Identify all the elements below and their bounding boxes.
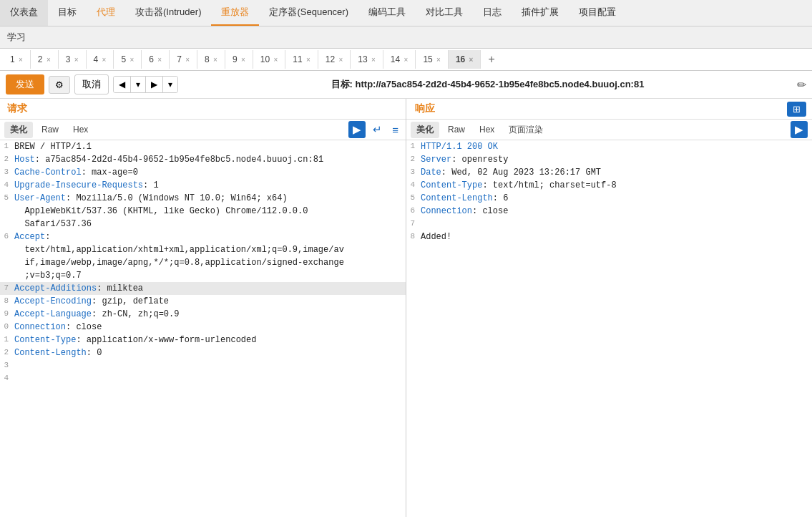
resp-line-content-4: Content-Type: text/html; charset=utf-8 [421, 179, 812, 192]
line-content-9: Accept-Language: zh-CN, zh;q=0.9 [14, 308, 406, 321]
tab-9-close[interactable]: × [241, 56, 245, 64]
resp-line-content-3: Date: Wed, 02 Aug 2023 13:26:17 GMT [421, 166, 812, 179]
resp-line-content-5: Content-Length: 6 [421, 192, 812, 205]
send-button[interactable]: 发送 [6, 74, 44, 94]
tab-4-close[interactable]: × [102, 56, 107, 64]
next-dropdown-button[interactable]: ▾ [163, 77, 177, 92]
tab-7-close[interactable]: × [185, 56, 190, 64]
tab-5[interactable]: 5 × [114, 50, 142, 69]
tab-8[interactable]: 8 × [197, 50, 225, 69]
nav-intruder[interactable]: 攻击器(Intruder) [125, 0, 211, 26]
tab-12-close[interactable]: × [338, 56, 343, 64]
request-line-9: 9 Accept-Language: zh-CN, zh;q=0.9 [0, 308, 406, 321]
tab-3-close[interactable]: × [74, 56, 79, 64]
nav-proxy[interactable]: 代理 [87, 0, 125, 26]
tab-6[interactable]: 6 × [142, 50, 170, 69]
edit-target-icon[interactable]: ✏ [797, 78, 806, 92]
navigation-arrows: ◀ ▾ ▶ ▾ [113, 76, 178, 93]
line-content-3: Cache-Control: max-age=0 [14, 166, 406, 179]
nav-logger[interactable]: 日志 [473, 0, 512, 26]
tab-12[interactable]: 12 × [318, 50, 351, 69]
request-panel: 请求 美化 Raw Hex ▶ ↵ ≡ 1 BREW / HTTP/1.1 2 … [0, 99, 406, 517]
request-tab-beautify[interactable]: 美化 [4, 122, 33, 138]
nav-extensions[interactable]: 插件扩展 [512, 0, 569, 26]
target-url: 目标: http://a75ac854-2d2d-45b4-9652-1b95e… [182, 78, 793, 91]
request-tab-raw[interactable]: Raw [36, 122, 64, 137]
target-url-value: http://a75ac854-2d2d-45b4-9652-1b95e4fe8… [356, 79, 645, 89]
response-line-8: 8 Added! [406, 230, 812, 243]
tab-9[interactable]: 9 × [225, 50, 253, 69]
tab-11-close[interactable]: × [306, 56, 310, 64]
tab-10[interactable]: 10 × [253, 50, 286, 69]
prev-dropdown-button[interactable]: ▾ [131, 77, 146, 92]
resp-line-content-7 [421, 218, 812, 230]
tab-add-button[interactable]: + [481, 49, 502, 70]
response-copy-icon[interactable]: ▶ [791, 121, 808, 138]
nav-target[interactable]: 目标 [48, 0, 87, 26]
request-line-6: 6 Accept: text/html,application/xhtml+xm… [0, 230, 406, 282]
response-tab-raw[interactable]: Raw [442, 122, 471, 137]
resp-line-num-7: 7 [406, 218, 421, 230]
tab-1[interactable]: 1 × [3, 50, 31, 69]
tab-13[interactable]: 13 × [351, 50, 383, 69]
prev-arrow-button[interactable]: ◀ [114, 77, 131, 92]
tab-16-close[interactable]: × [469, 56, 474, 64]
tab-14[interactable]: 14 × [383, 50, 416, 69]
request-menu-icon[interactable]: ≡ [389, 122, 401, 137]
nav-sequencer[interactable]: 定序器(Sequencer) [259, 0, 358, 26]
tab-15[interactable]: 15 × [416, 50, 449, 69]
line-num-7: 7 [0, 282, 14, 295]
tab-7[interactable]: 7 × [170, 50, 197, 69]
tab-10-close[interactable]: × [273, 56, 278, 64]
tab-15-close[interactable]: × [436, 56, 441, 64]
line-content-10: Connection: close [14, 321, 406, 334]
request-tab-hex[interactable]: Hex [67, 122, 94, 137]
split-view-icon[interactable]: ⊞ [787, 102, 806, 117]
line-content-6: Accept: text/html,application/xhtml+xml,… [14, 230, 406, 282]
request-newline-icon[interactable]: ↵ [370, 122, 385, 137]
response-tab-render[interactable]: 页面渲染 [503, 122, 549, 138]
line-content-5: User-Agent: Mozilla/5.0 (Windows NT 10.0… [14, 192, 406, 230]
nav-comparer[interactable]: 对比工具 [416, 0, 473, 26]
response-panel-tabs: 美化 Raw Hex 页面渲染 ▶ [406, 120, 812, 140]
response-tab-beautify[interactable]: 美化 [411, 122, 439, 138]
response-code-area[interactable]: 1 HTTP/1.1 200 OK 2 Server: openresty 3 … [406, 140, 812, 517]
tab-16[interactable]: 16 × [449, 50, 481, 69]
main-content: 请求 美化 Raw Hex ▶ ↵ ≡ 1 BREW / HTTP/1.1 2 … [0, 99, 812, 517]
line-num-13: 3 [0, 359, 14, 372]
request-line-5: 5 User-Agent: Mozilla/5.0 (Windows NT 10… [0, 192, 406, 230]
tab-5-close[interactable]: × [129, 56, 134, 64]
resp-line-num-5: 5 [406, 192, 421, 205]
cancel-button[interactable]: 取消 [74, 74, 109, 94]
nav-dashboard[interactable]: 仪表盘 [0, 0, 48, 26]
nav-project-options[interactable]: 项目配置 [569, 0, 626, 26]
response-line-6: 6 Connection: close [406, 205, 812, 218]
tab-3[interactable]: 3 × [59, 50, 87, 69]
settings-button[interactable]: ⚙ [49, 76, 70, 94]
response-panel: 响应 ⊞ 美化 Raw Hex 页面渲染 ▶ 1 HTTP/1.1 200 OK… [406, 99, 812, 517]
tab-6-close[interactable]: × [157, 56, 162, 64]
tab-1-close[interactable]: × [19, 56, 23, 64]
request-send-icon[interactable]: ▶ [348, 121, 366, 138]
top-nav-row2: 学习 [0, 26, 812, 49]
response-line-2: 2 Server: openresty [406, 153, 812, 166]
response-tab-hex[interactable]: Hex [474, 122, 500, 137]
tab-14-close[interactable]: × [404, 56, 409, 64]
response-panel-icons: ▶ [791, 121, 808, 138]
line-content-12: Content-Length: 0 [14, 346, 406, 359]
tab-4[interactable]: 4 × [87, 50, 114, 69]
tab-2-close[interactable]: × [47, 56, 51, 64]
tab-13-close[interactable]: × [371, 56, 376, 64]
response-line-3: 3 Date: Wed, 02 Aug 2023 13:26:17 GMT [406, 166, 812, 179]
toolbar: 发送 ⚙ 取消 ◀ ▾ ▶ ▾ 目标: http://a75ac854-2d2d… [0, 71, 812, 99]
tab-8-close[interactable]: × [213, 56, 217, 64]
tab-2[interactable]: 2 × [31, 50, 59, 69]
line-num-10: 0 [0, 321, 14, 334]
request-code-area[interactable]: 1 BREW / HTTP/1.1 2 Host: a75ac854-2d2d-… [0, 140, 406, 517]
next-arrow-button[interactable]: ▶ [146, 77, 163, 92]
nav-repeater[interactable]: 重放器 [211, 0, 259, 26]
nav-encoder[interactable]: 编码工具 [358, 0, 416, 26]
nav-learn[interactable]: 学习 [7, 31, 26, 44]
response-line-5: 5 Content-Length: 6 [406, 192, 812, 205]
tab-11[interactable]: 11 × [285, 50, 318, 69]
